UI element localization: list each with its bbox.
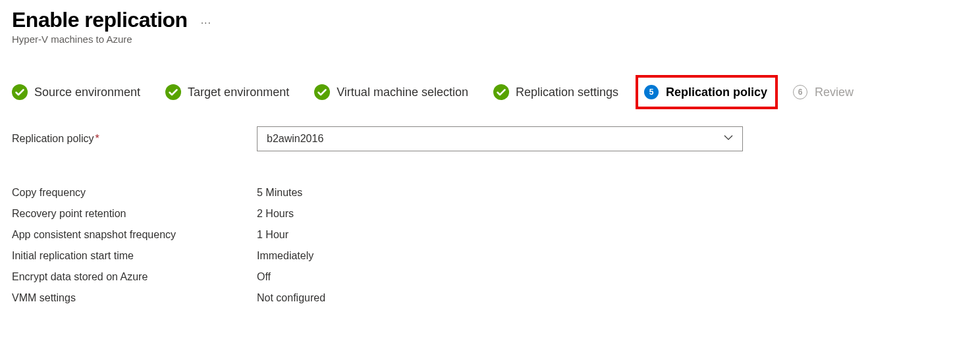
step-label: Source environment (34, 86, 140, 99)
setting-value: 5 Minutes (257, 187, 302, 199)
step-replication-policy[interactable]: 5 Replication policy (636, 75, 778, 109)
more-icon[interactable]: ··· (201, 12, 211, 29)
step-source-environment[interactable]: Source environment (12, 84, 140, 100)
step-label: Virtual machine selection (337, 86, 468, 99)
setting-encrypt-data: Encrypt data stored on Azure Off (12, 271, 968, 283)
setting-initial-replication-start: Initial replication start time Immediate… (12, 250, 968, 262)
setting-label: VMM settings (12, 292, 257, 304)
check-icon (165, 84, 181, 100)
wizard-steps: Source environment Target environment Vi… (12, 84, 968, 100)
check-icon (314, 84, 330, 100)
dropdown-value: b2awin2016 (267, 133, 724, 145)
check-icon (12, 84, 28, 100)
step-review[interactable]: 6 Review (792, 84, 854, 100)
setting-value: Not configured (257, 292, 325, 304)
replication-policy-dropdown[interactable]: b2awin2016 (257, 126, 743, 151)
chevron-down-icon (724, 133, 733, 145)
setting-value: Off (257, 271, 271, 283)
setting-label: App consistent snapshot frequency (12, 229, 257, 241)
page-subtitle: Hyper-V machines to Azure (12, 34, 968, 45)
replication-policy-row: Replication policy* b2awin2016 (12, 126, 968, 151)
setting-vmm-settings: VMM settings Not configured (12, 292, 968, 304)
setting-label: Copy frequency (12, 187, 257, 199)
policy-settings: Copy frequency 5 Minutes Recovery point … (12, 187, 968, 304)
step-label: Replication policy (666, 86, 767, 99)
step-number-icon: 6 (792, 84, 808, 100)
setting-label: Encrypt data stored on Azure (12, 271, 257, 283)
step-number-icon: 5 (643, 84, 659, 100)
svg-point-2 (314, 84, 330, 100)
page-title: Enable replication (12, 8, 188, 32)
required-indicator: * (95, 133, 99, 144)
replication-policy-label: Replication policy* (12, 133, 257, 145)
setting-recovery-point-retention: Recovery point retention 2 Hours (12, 208, 968, 220)
step-virtual-machine-selection[interactable]: Virtual machine selection (314, 84, 468, 100)
setting-label: Recovery point retention (12, 208, 257, 220)
svg-point-0 (12, 84, 28, 100)
label-text: Replication policy (12, 133, 94, 144)
setting-copy-frequency: Copy frequency 5 Minutes (12, 187, 968, 199)
svg-point-3 (493, 84, 509, 100)
setting-snapshot-frequency: App consistent snapshot frequency 1 Hour (12, 229, 968, 241)
setting-value: 1 Hour (257, 229, 288, 241)
step-label: Replication settings (516, 86, 618, 99)
setting-value: Immediately (257, 250, 313, 262)
step-replication-settings[interactable]: Replication settings (493, 84, 618, 100)
svg-point-1 (165, 84, 181, 100)
setting-label: Initial replication start time (12, 250, 257, 262)
setting-value: 2 Hours (257, 208, 294, 220)
step-target-environment[interactable]: Target environment (165, 84, 289, 100)
step-label: Review (815, 86, 854, 99)
check-icon (493, 84, 509, 100)
step-label: Target environment (188, 86, 289, 99)
